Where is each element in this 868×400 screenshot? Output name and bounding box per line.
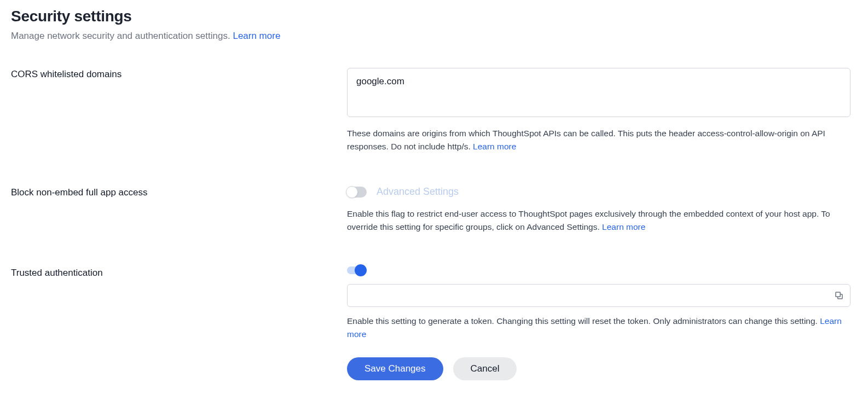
setting-control-col: Advanced Settings Enable this flag to re…: [347, 186, 850, 234]
block-embed-help: Enable this flag to restrict end-user ac…: [347, 209, 830, 231]
block-embed-learn-more-link[interactable]: Learn more: [602, 222, 645, 231]
button-row: Save Changes Cancel: [347, 357, 850, 380]
subtitle-text: Manage network security and authenticati…: [11, 31, 230, 41]
copy-icon[interactable]: [834, 291, 844, 300]
setting-label-col: Trusted authentication: [11, 266, 347, 279]
setting-control-col: Enable this setting to generate a token.…: [347, 266, 850, 380]
trusted-auth-toggle[interactable]: [347, 266, 364, 274]
block-embed-toggle[interactable]: [347, 187, 367, 198]
trusted-auth-help: Enable this setting to generate a token.…: [347, 316, 818, 326]
cors-learn-more-link[interactable]: Learn more: [473, 142, 516, 151]
cors-domains-input[interactable]: [347, 68, 850, 117]
block-embed-label: Block non-embed full app access: [11, 187, 347, 198]
token-input-wrap: [347, 284, 850, 307]
trusted-auth-help-text: Enable this setting to generate a token.…: [347, 315, 850, 341]
cors-label: CORS whitelisted domains: [11, 69, 347, 80]
cors-help: These domains are origins from which Tho…: [347, 129, 825, 151]
setting-control-col: These domains are origins from which Tho…: [347, 68, 850, 153]
trusted-auth-toggle-row: [347, 266, 850, 274]
svg-rect-1: [836, 292, 840, 297]
toggle-knob-icon: [346, 186, 358, 198]
token-input[interactable]: [347, 284, 850, 307]
page-title: Security settings: [11, 8, 857, 25]
header-learn-more-link[interactable]: Learn more: [233, 31, 280, 41]
toggle-knob-icon: [355, 264, 367, 276]
page-subtitle: Manage network security and authenticati…: [11, 31, 857, 42]
block-embed-toggle-row: Advanced Settings: [347, 186, 850, 198]
setting-cors: CORS whitelisted domains These domains a…: [11, 68, 857, 153]
cors-help-text: These domains are origins from which Tho…: [347, 127, 850, 153]
setting-label-col: CORS whitelisted domains: [11, 68, 347, 80]
setting-block-embed: Block non-embed full app access Advanced…: [11, 186, 857, 234]
save-button[interactable]: Save Changes: [347, 357, 443, 380]
cancel-button[interactable]: Cancel: [453, 357, 517, 380]
trusted-auth-label: Trusted authentication: [11, 268, 347, 279]
setting-trusted-auth: Trusted authentication Enable this setti…: [11, 266, 857, 380]
advanced-settings-link: Advanced Settings: [377, 186, 459, 198]
setting-label-col: Block non-embed full app access: [11, 186, 347, 198]
block-embed-help-text: Enable this flag to restrict end-user ac…: [347, 207, 850, 234]
